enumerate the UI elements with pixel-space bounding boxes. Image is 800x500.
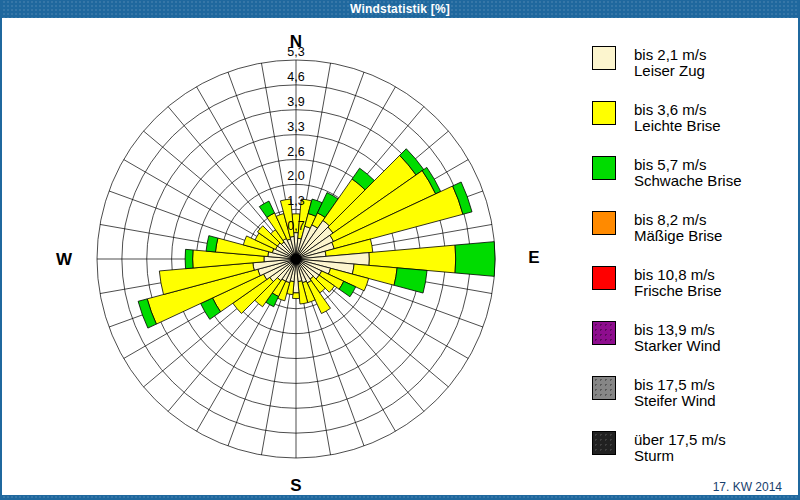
legend-label: bis 5,7 m/sSchwache Brise bbox=[634, 156, 742, 189]
legend-speed-range: bis 10,8 m/s bbox=[634, 267, 722, 283]
legend-speed-range: bis 17,5 m/s bbox=[634, 377, 716, 393]
legend-label: über 17,5 m/sSturm bbox=[634, 431, 726, 464]
legend-entry: bis 13,9 m/sStarker Wind bbox=[592, 321, 792, 354]
legend-label: bis 10,8 m/sFrische Brise bbox=[634, 266, 722, 299]
wind-sector-segment bbox=[185, 249, 193, 268]
footer-date: 17. KW 2014 bbox=[713, 480, 782, 494]
radial-tick-label: 3,3 bbox=[287, 120, 304, 134]
legend-wind-name: Starker Wind bbox=[634, 338, 721, 354]
legend-color-swatch bbox=[592, 266, 616, 290]
legend-label: bis 3,6 m/sLeichte Brise bbox=[634, 101, 721, 134]
wind-sector-segment bbox=[455, 242, 495, 277]
legend-color-swatch bbox=[592, 321, 616, 345]
legend-speed-range: bis 8,2 m/s bbox=[634, 212, 722, 228]
wind-sector-segment bbox=[394, 268, 427, 293]
legend-label: bis 17,5 m/sSteifer Wind bbox=[634, 376, 716, 409]
radial-tick-label: 2,6 bbox=[287, 145, 304, 159]
legend-color-swatch bbox=[592, 431, 616, 455]
radial-tick-label: 4,6 bbox=[287, 70, 304, 84]
legend-entry: über 17,5 m/sSturm bbox=[592, 431, 792, 464]
compass-north-label: N bbox=[290, 32, 302, 51]
legend: bis 2,1 m/sLeiser Zugbis 3,6 m/sLeichte … bbox=[592, 46, 792, 486]
legend-label: bis 2,1 m/sLeiser Zug bbox=[634, 46, 707, 79]
legend-color-swatch bbox=[592, 101, 616, 125]
calendar-week-label: 17. KW 2014 bbox=[713, 480, 782, 494]
legend-entry: bis 10,8 m/sFrische Brise bbox=[592, 266, 792, 299]
wind-sector-segment bbox=[293, 293, 300, 299]
legend-wind-name: Steifer Wind bbox=[634, 393, 716, 409]
legend-color-swatch bbox=[592, 211, 616, 235]
radial-tick-label: 2,0 bbox=[287, 169, 304, 183]
rose-center-hub bbox=[291, 254, 302, 265]
legend-entry: bis 3,6 m/sLeichte Brise bbox=[592, 101, 792, 134]
window-title: Windstatistik [%] bbox=[350, 2, 450, 16]
legend-entry: bis 17,5 m/sSteifer Wind bbox=[592, 376, 792, 409]
legend-speed-range: bis 2,1 m/s bbox=[634, 47, 707, 63]
legend-label: bis 13,9 m/sStarker Wind bbox=[634, 321, 721, 354]
legend-color-swatch bbox=[592, 46, 616, 70]
legend-wind-name: Schwache Brise bbox=[634, 173, 742, 189]
compass-east-label: E bbox=[528, 248, 539, 267]
bottom-border-bar bbox=[2, 495, 798, 500]
title-bar: Windstatistik [%] bbox=[2, 0, 798, 18]
radial-tick-label: 0,7 bbox=[287, 219, 304, 233]
legend-color-swatch bbox=[592, 156, 616, 180]
legend-entry: bis 8,2 m/sMäßige Brise bbox=[592, 211, 792, 244]
legend-color-swatch bbox=[592, 376, 616, 400]
app-window: Windstatistik [%] 0,71,32,02,63,33,94,65… bbox=[0, 0, 800, 500]
legend-wind-name: Leiser Zug bbox=[634, 63, 707, 79]
legend-wind-name: Frische Brise bbox=[634, 283, 722, 299]
legend-speed-range: bis 3,6 m/s bbox=[634, 102, 721, 118]
legend-entry: bis 2,1 m/sLeiser Zug bbox=[592, 46, 792, 79]
legend-wind-name: Leichte Brise bbox=[634, 118, 721, 134]
radial-tick-label: 1,3 bbox=[287, 194, 304, 208]
compass-south-label: S bbox=[290, 476, 301, 495]
legend-wind-name: Mäßige Brise bbox=[634, 228, 722, 244]
legend-entry: bis 5,7 m/sSchwache Brise bbox=[592, 156, 792, 189]
compass-west-label: W bbox=[56, 250, 73, 269]
legend-speed-range: bis 5,7 m/s bbox=[634, 157, 742, 173]
legend-speed-range: bis 13,9 m/s bbox=[634, 322, 721, 338]
legend-speed-range: über 17,5 m/s bbox=[634, 432, 726, 448]
radial-tick-label: 3,9 bbox=[287, 95, 304, 109]
legend-wind-name: Sturm bbox=[634, 448, 726, 464]
legend-label: bis 8,2 m/sMäßige Brise bbox=[634, 211, 722, 244]
